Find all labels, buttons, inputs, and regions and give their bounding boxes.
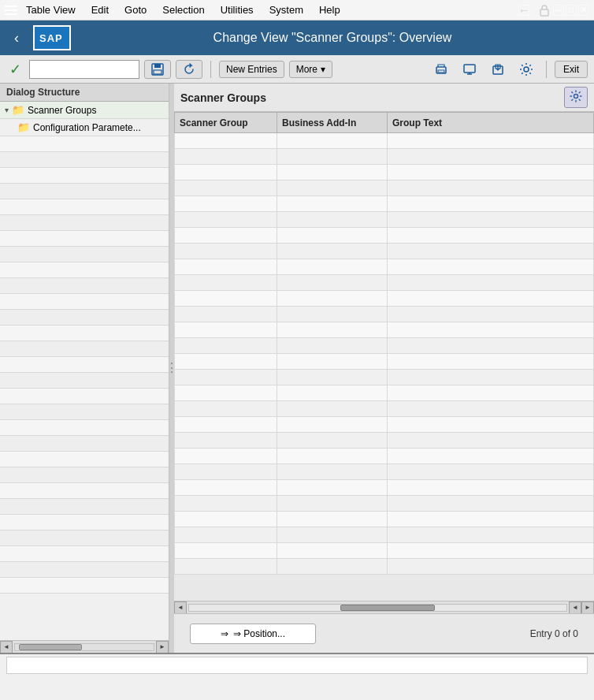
table-row[interactable] xyxy=(175,244,594,259)
sidebar-row xyxy=(0,467,169,483)
table-row[interactable] xyxy=(175,149,594,165)
new-entries-button[interactable]: New Entries xyxy=(219,61,284,78)
cell-bai xyxy=(277,401,388,417)
cell-text xyxy=(388,259,594,275)
sidebar-scroll-right[interactable]: ► xyxy=(156,641,169,653)
table-row[interactable] xyxy=(175,496,594,512)
maximize-icon[interactable]: □ xyxy=(566,5,577,16)
sidebar-scroll-thumb[interactable] xyxy=(19,644,82,650)
scroll-left2-arrow[interactable]: ► xyxy=(581,601,594,614)
cell-scanner xyxy=(175,527,277,543)
cell-bai xyxy=(277,464,388,480)
sidebar-hscrollbar[interactable]: ◄ ► xyxy=(0,640,169,653)
table-row[interactable] xyxy=(175,196,594,212)
menu-help[interactable]: Help xyxy=(312,1,347,19)
menu-utilities[interactable]: Utilities xyxy=(213,1,261,19)
table-row[interactable] xyxy=(175,385,594,401)
table-wrapper: Scanner Group Business Add-In Group Text xyxy=(174,112,594,601)
scroll-track[interactable] xyxy=(188,604,567,612)
table-row[interactable] xyxy=(175,338,594,354)
back-button[interactable]: ‹ xyxy=(9,28,24,48)
table-row[interactable] xyxy=(175,212,594,228)
minimize-icon[interactable]: — xyxy=(553,5,564,16)
scroll-thumb[interactable] xyxy=(340,605,435,611)
header-area: ‹ SAP Change View "Scanner Groups": Over… xyxy=(0,20,594,55)
main-content: Dialog Structure ▾ 📁 Scanner Groups 📁 Co… xyxy=(0,84,594,653)
cell-bai xyxy=(277,259,388,275)
table-row[interactable] xyxy=(175,354,594,370)
menu-edit[interactable]: Edit xyxy=(84,1,116,19)
position-label: ⇒ Position... xyxy=(233,628,285,639)
table-row[interactable] xyxy=(175,559,594,575)
hamburger-icon[interactable] xyxy=(5,6,17,15)
menu-goto[interactable]: Goto xyxy=(117,1,154,19)
cell-text xyxy=(388,275,594,291)
cell-bai xyxy=(277,212,388,228)
table-hscrollbar[interactable]: ◄ ◄ ► xyxy=(174,601,594,613)
table-row[interactable] xyxy=(175,307,594,322)
close-icon[interactable]: ✕ xyxy=(578,5,589,16)
search-input[interactable] xyxy=(29,60,139,79)
table-row[interactable] xyxy=(175,401,594,417)
sidebar-scroll-left[interactable]: ◄ xyxy=(0,641,13,653)
cell-scanner xyxy=(175,480,277,496)
save-button[interactable] xyxy=(144,60,171,79)
cell-text xyxy=(388,196,594,212)
table-row[interactable] xyxy=(175,480,594,496)
sidebar-row xyxy=(0,136,169,152)
table-row[interactable] xyxy=(175,512,594,527)
sidebar: Dialog Structure ▾ 📁 Scanner Groups 📁 Co… xyxy=(0,84,169,653)
menu-table-view[interactable]: Table View xyxy=(19,1,83,19)
monitor-button[interactable] xyxy=(458,59,481,80)
status-input[interactable] xyxy=(6,657,588,674)
confirm-button[interactable]: ✓ xyxy=(6,61,24,78)
window-back-icon[interactable]: ← xyxy=(518,5,529,16)
table-row[interactable] xyxy=(175,275,594,291)
sidebar-row xyxy=(0,578,169,594)
table-settings-button[interactable] xyxy=(564,87,588,108)
table-row[interactable] xyxy=(175,543,594,559)
scroll-left-arrow[interactable]: ◄ xyxy=(174,601,187,614)
table-row[interactable] xyxy=(175,433,594,449)
table-row[interactable] xyxy=(175,291,594,307)
settings-button[interactable] xyxy=(514,59,538,80)
exit-button[interactable]: Exit xyxy=(555,61,588,78)
cell-scanner xyxy=(175,259,277,275)
table-row[interactable] xyxy=(175,228,594,244)
tree-item-scanner-groups[interactable]: ▾ 📁 Scanner Groups xyxy=(0,102,169,119)
cell-text xyxy=(388,512,594,527)
print-button[interactable] xyxy=(429,59,453,80)
table-row[interactable] xyxy=(175,464,594,480)
scroll-right-arrow[interactable]: ◄ xyxy=(569,601,581,614)
export-button[interactable] xyxy=(486,59,510,80)
tree-item-config-params[interactable]: 📁 Configuration Paramete... xyxy=(0,119,169,136)
table-row[interactable] xyxy=(175,449,594,464)
refresh-button[interactable] xyxy=(176,60,202,79)
table-row[interactable] xyxy=(175,133,594,149)
table-gear-icon xyxy=(570,90,582,102)
menu-system[interactable]: System xyxy=(262,1,310,19)
cell-text xyxy=(388,149,594,165)
cell-bai xyxy=(277,496,388,512)
menu-selection[interactable]: Selection xyxy=(155,1,211,19)
more-button[interactable]: More ▾ xyxy=(289,61,332,78)
sidebar-row xyxy=(0,326,169,341)
table-row[interactable] xyxy=(175,370,594,385)
cell-bai xyxy=(277,433,388,449)
cell-text xyxy=(388,181,594,196)
table-row[interactable] xyxy=(175,417,594,433)
sidebar-row xyxy=(0,184,169,199)
sidebar-scroll-track[interactable] xyxy=(14,643,154,651)
table-row[interactable] xyxy=(175,165,594,181)
table-row[interactable] xyxy=(175,259,594,275)
position-button[interactable]: ⇒ ⇒ Position... xyxy=(190,624,316,644)
cell-text xyxy=(388,449,594,464)
cell-text xyxy=(388,165,594,181)
table-row[interactable] xyxy=(175,322,594,338)
table-row[interactable] xyxy=(175,527,594,543)
save-icon xyxy=(151,63,164,76)
table-row[interactable] xyxy=(175,181,594,196)
cell-bai xyxy=(277,338,388,354)
cell-text xyxy=(388,496,594,512)
table-title: Scanner Groups xyxy=(180,91,266,104)
